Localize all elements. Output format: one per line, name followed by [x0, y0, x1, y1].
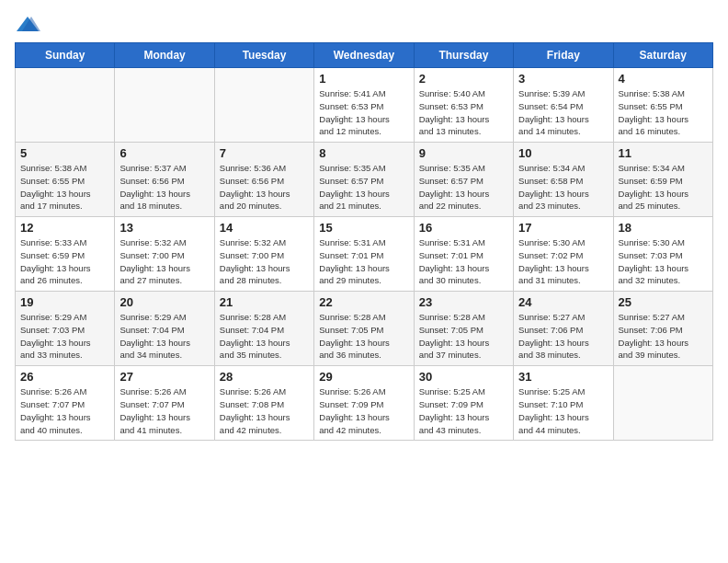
day-cell-18: 18Sunrise: 5:30 AM Sunset: 7:03 PM Dayli…: [613, 217, 712, 292]
day-cell-21: 21Sunrise: 5:28 AM Sunset: 7:04 PM Dayli…: [214, 292, 313, 366]
day-cell-24: 24Sunrise: 5:27 AM Sunset: 7:06 PM Dayli…: [514, 292, 613, 366]
day-info: Sunrise: 5:38 AM Sunset: 6:55 PM Dayligh…: [619, 87, 708, 138]
day-info: Sunrise: 5:34 AM Sunset: 6:59 PM Dayligh…: [619, 162, 708, 213]
day-number: 11: [619, 146, 708, 160]
day-info: Sunrise: 5:40 AM Sunset: 6:53 PM Dayligh…: [419, 87, 508, 138]
day-cell-14: 14Sunrise: 5:32 AM Sunset: 7:00 PM Dayli…: [214, 217, 313, 292]
day-cell-17: 17Sunrise: 5:30 AM Sunset: 7:02 PM Dayli…: [514, 217, 613, 292]
day-number: 19: [20, 295, 109, 309]
day-info: Sunrise: 5:35 AM Sunset: 6:57 PM Dayligh…: [419, 162, 508, 213]
calendar-header: SundayMondayTuesdayWednesdayThursdayFrid…: [16, 43, 713, 68]
page-header: [15, 15, 713, 35]
empty-cell: [115, 68, 214, 143]
day-cell-1: 1Sunrise: 5:41 AM Sunset: 6:53 PM Daylig…: [314, 68, 414, 143]
day-number: 22: [319, 295, 408, 309]
day-cell-9: 9Sunrise: 5:35 AM Sunset: 6:57 PM Daylig…: [414, 143, 513, 217]
day-number: 28: [220, 370, 309, 384]
day-info: Sunrise: 5:29 AM Sunset: 7:03 PM Dayligh…: [20, 311, 109, 362]
day-cell-23: 23Sunrise: 5:28 AM Sunset: 7:05 PM Dayli…: [414, 292, 513, 366]
day-number: 9: [419, 146, 508, 160]
day-cell-13: 13Sunrise: 5:32 AM Sunset: 7:00 PM Dayli…: [115, 217, 214, 292]
day-number: 24: [518, 295, 608, 309]
day-info: Sunrise: 5:31 AM Sunset: 7:01 PM Dayligh…: [419, 236, 508, 287]
header-day-friday: Friday: [514, 43, 613, 68]
day-info: Sunrise: 5:33 AM Sunset: 6:59 PM Dayligh…: [20, 236, 109, 287]
day-cell-7: 7Sunrise: 5:36 AM Sunset: 6:56 PM Daylig…: [214, 143, 313, 217]
day-info: Sunrise: 5:41 AM Sunset: 6:53 PM Dayligh…: [319, 87, 408, 138]
day-info: Sunrise: 5:37 AM Sunset: 6:56 PM Dayligh…: [119, 162, 209, 213]
day-number: 23: [419, 295, 508, 309]
header-day-thursday: Thursday: [414, 43, 513, 68]
day-info: Sunrise: 5:30 AM Sunset: 7:02 PM Dayligh…: [518, 236, 608, 287]
day-cell-10: 10Sunrise: 5:34 AM Sunset: 6:58 PM Dayli…: [514, 143, 613, 217]
week-row-3: 12Sunrise: 5:33 AM Sunset: 6:59 PM Dayli…: [16, 217, 713, 292]
empty-cell: [613, 366, 712, 441]
day-number: 26: [20, 370, 109, 384]
header-row: SundayMondayTuesdayWednesdayThursdayFrid…: [16, 43, 713, 68]
day-number: 15: [319, 221, 408, 235]
day-info: Sunrise: 5:36 AM Sunset: 6:56 PM Dayligh…: [220, 162, 309, 213]
day-number: 30: [419, 370, 508, 384]
logo: [15, 15, 44, 35]
day-cell-22: 22Sunrise: 5:28 AM Sunset: 7:05 PM Dayli…: [314, 292, 414, 366]
day-cell-19: 19Sunrise: 5:29 AM Sunset: 7:03 PM Dayli…: [16, 292, 115, 366]
empty-cell: [214, 68, 313, 143]
day-cell-15: 15Sunrise: 5:31 AM Sunset: 7:01 PM Dayli…: [314, 217, 414, 292]
day-number: 10: [518, 146, 608, 160]
week-row-5: 26Sunrise: 5:26 AM Sunset: 7:07 PM Dayli…: [16, 366, 713, 441]
day-number: 13: [119, 221, 209, 235]
day-number: 8: [319, 146, 408, 160]
day-cell-6: 6Sunrise: 5:37 AM Sunset: 6:56 PM Daylig…: [115, 143, 214, 217]
day-cell-4: 4Sunrise: 5:38 AM Sunset: 6:55 PM Daylig…: [613, 68, 712, 143]
day-cell-20: 20Sunrise: 5:29 AM Sunset: 7:04 PM Dayli…: [115, 292, 214, 366]
logo-icon: [15, 15, 40, 35]
day-info: Sunrise: 5:31 AM Sunset: 7:01 PM Dayligh…: [319, 236, 408, 287]
day-info: Sunrise: 5:30 AM Sunset: 7:03 PM Dayligh…: [619, 236, 708, 287]
day-number: 4: [619, 72, 708, 86]
day-info: Sunrise: 5:25 AM Sunset: 7:09 PM Dayligh…: [419, 385, 508, 436]
week-row-1: 1Sunrise: 5:41 AM Sunset: 6:53 PM Daylig…: [16, 68, 713, 143]
day-info: Sunrise: 5:25 AM Sunset: 7:10 PM Dayligh…: [518, 385, 608, 436]
day-number: 31: [518, 370, 608, 384]
day-info: Sunrise: 5:34 AM Sunset: 6:58 PM Dayligh…: [518, 162, 608, 213]
day-number: 6: [119, 146, 209, 160]
day-info: Sunrise: 5:38 AM Sunset: 6:55 PM Dayligh…: [20, 162, 109, 213]
day-info: Sunrise: 5:39 AM Sunset: 6:54 PM Dayligh…: [518, 87, 608, 138]
calendar-body: 1Sunrise: 5:41 AM Sunset: 6:53 PM Daylig…: [16, 68, 713, 441]
day-cell-26: 26Sunrise: 5:26 AM Sunset: 7:07 PM Dayli…: [16, 366, 115, 441]
day-number: 18: [619, 221, 708, 235]
day-info: Sunrise: 5:35 AM Sunset: 6:57 PM Dayligh…: [319, 162, 408, 213]
day-number: 25: [619, 295, 708, 309]
day-info: Sunrise: 5:26 AM Sunset: 7:07 PM Dayligh…: [119, 385, 209, 436]
day-number: 16: [419, 221, 508, 235]
day-cell-5: 5Sunrise: 5:38 AM Sunset: 6:55 PM Daylig…: [16, 143, 115, 217]
day-cell-12: 12Sunrise: 5:33 AM Sunset: 6:59 PM Dayli…: [16, 217, 115, 292]
empty-cell: [16, 68, 115, 143]
header-day-saturday: Saturday: [613, 43, 712, 68]
header-day-sunday: Sunday: [16, 43, 115, 68]
day-info: Sunrise: 5:27 AM Sunset: 7:06 PM Dayligh…: [619, 311, 708, 362]
day-info: Sunrise: 5:27 AM Sunset: 7:06 PM Dayligh…: [518, 311, 608, 362]
day-number: 17: [518, 221, 608, 235]
day-cell-11: 11Sunrise: 5:34 AM Sunset: 6:59 PM Dayli…: [613, 143, 712, 217]
day-cell-27: 27Sunrise: 5:26 AM Sunset: 7:07 PM Dayli…: [115, 366, 214, 441]
day-info: Sunrise: 5:32 AM Sunset: 7:00 PM Dayligh…: [220, 236, 309, 287]
header-day-monday: Monday: [115, 43, 214, 68]
day-number: 1: [319, 72, 408, 86]
day-number: 5: [20, 146, 109, 160]
day-cell-30: 30Sunrise: 5:25 AM Sunset: 7:09 PM Dayli…: [414, 366, 513, 441]
day-info: Sunrise: 5:29 AM Sunset: 7:04 PM Dayligh…: [119, 311, 209, 362]
day-cell-31: 31Sunrise: 5:25 AM Sunset: 7:10 PM Dayli…: [514, 366, 613, 441]
day-info: Sunrise: 5:32 AM Sunset: 7:00 PM Dayligh…: [119, 236, 209, 287]
day-cell-28: 28Sunrise: 5:26 AM Sunset: 7:08 PM Dayli…: [214, 366, 313, 441]
day-number: 29: [319, 370, 408, 384]
day-number: 12: [20, 221, 109, 235]
day-info: Sunrise: 5:26 AM Sunset: 7:08 PM Dayligh…: [220, 385, 309, 436]
day-number: 14: [220, 221, 309, 235]
day-number: 2: [419, 72, 508, 86]
day-number: 3: [518, 72, 608, 86]
day-number: 20: [119, 295, 209, 309]
day-cell-16: 16Sunrise: 5:31 AM Sunset: 7:01 PM Dayli…: [414, 217, 513, 292]
week-row-2: 5Sunrise: 5:38 AM Sunset: 6:55 PM Daylig…: [16, 143, 713, 217]
day-cell-25: 25Sunrise: 5:27 AM Sunset: 7:06 PM Dayli…: [613, 292, 712, 366]
